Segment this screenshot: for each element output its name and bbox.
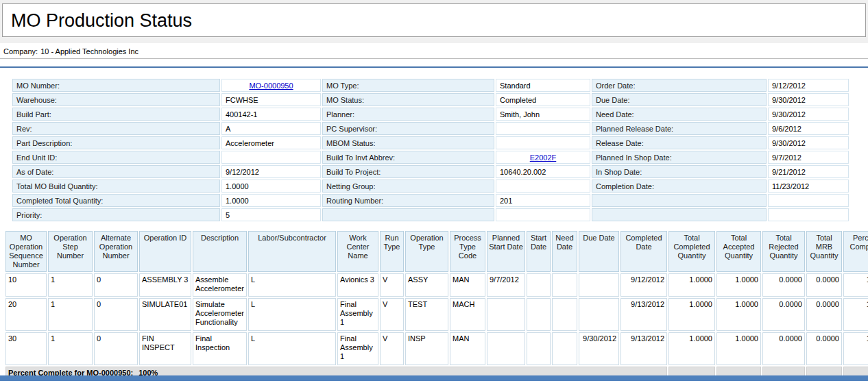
op-cell: 1.0000 xyxy=(668,273,715,297)
op-cell: 1 xyxy=(48,332,93,365)
company-row: Company:10 - Applied Technologies Inc xyxy=(0,43,868,59)
op-cell: 0 xyxy=(94,273,138,297)
completed-total-quantity-value: 1.0000 xyxy=(221,194,321,207)
mo-type-value: Standard xyxy=(496,79,590,92)
order-date-value: 9/12/2012 xyxy=(768,79,849,92)
op-cell: Avionics 3 xyxy=(337,273,378,297)
op-cell: 1 xyxy=(48,298,93,331)
op-cell xyxy=(487,332,525,365)
op-cell: FIN INSPECT xyxy=(139,332,191,365)
op-cell: V xyxy=(380,273,404,297)
op-cell: 10 xyxy=(5,273,47,297)
info-empty-value xyxy=(768,194,849,207)
release-date-label: Release Date: xyxy=(592,136,767,149)
op-cell xyxy=(527,273,551,297)
op-cell: 100% xyxy=(843,332,868,365)
routing-number-label: Routing Number: xyxy=(322,194,494,207)
part-description-value: Accelerometer xyxy=(221,136,321,149)
col-completed-date: Completed Date xyxy=(620,231,667,272)
op-cell: 9/13/2012 xyxy=(620,332,667,365)
op-cell: 1.0000 xyxy=(668,298,715,331)
planned-in-shop-date-value: 9/7/2012 xyxy=(768,151,849,164)
info-row: Part Description: Accelerometer MBOM Sta… xyxy=(12,136,849,149)
operations-header-row: MO Operation Sequence Number Operation S… xyxy=(5,231,868,272)
build-part-label: Build Part: xyxy=(12,108,220,121)
col-alternate-operation-number: Alternate Operation Number xyxy=(94,231,138,272)
info-empty-label xyxy=(592,194,767,207)
due-date-value: 9/30/2012 xyxy=(768,93,849,106)
total-mo-build-quantity-value: 1.0000 xyxy=(221,180,321,193)
info-row: Total MO Build Quantity: 1.0000 Netting … xyxy=(12,180,849,193)
mbom-status-value xyxy=(496,136,590,149)
masthead: MO Production Status xyxy=(0,0,868,43)
company-value: 10 - Applied Technologies Inc xyxy=(40,47,138,55)
rev-label: Rev: xyxy=(12,122,220,135)
info-empty-value xyxy=(496,208,590,221)
order-date-label: Order Date: xyxy=(592,79,767,92)
planned-in-shop-date-label: Planned In Shop Date: xyxy=(592,151,767,164)
op-cell: Final Assembly 1 xyxy=(337,298,378,331)
completion-date-value: 11/23/2012 xyxy=(768,180,849,193)
operation-row: 10 1 0 ASSEMBLY 3 Assemble Accelerometer… xyxy=(5,273,868,297)
as-of-date-value: 9/12/2012 xyxy=(221,165,321,178)
total-mo-build-quantity-label: Total MO Build Quantity: xyxy=(12,180,220,193)
col-labor-subcontractor: Labor/Subcontractor xyxy=(248,231,336,272)
netting-group-value xyxy=(496,180,590,193)
col-description: Description xyxy=(193,231,247,272)
end-unit-id-value xyxy=(221,151,321,164)
operations-table: MO Operation Sequence Number Operation S… xyxy=(4,230,868,381)
blue-divider xyxy=(0,66,868,68)
op-cell: ASSEMBLY 3 xyxy=(139,273,191,297)
due-date-label: Due Date: xyxy=(592,93,767,106)
op-cell: 100% xyxy=(843,273,868,297)
op-cell: 1.0000 xyxy=(668,332,715,365)
build-to-invt-abbrev-link[interactable]: E2002F xyxy=(530,153,557,162)
build-part-value: 400142-1 xyxy=(221,108,321,121)
need-date-value: 9/30/2012 xyxy=(768,108,849,121)
info-row: Completed Total Quantity: 1.0000 Routing… xyxy=(12,194,849,207)
routing-number-value: 201 xyxy=(496,194,590,207)
col-planned-start-date: Planned Start Date xyxy=(487,231,525,272)
op-cell: TEST xyxy=(405,298,448,331)
planned-release-date-value: 9/6/2012 xyxy=(768,122,849,135)
col-need-date: Need Date xyxy=(552,231,577,272)
op-cell: Simulate Accelerometer Functionality xyxy=(193,298,247,331)
operation-row: 20 1 0 SIMULATE01 Simulate Accelerometer… xyxy=(5,298,868,331)
build-to-invt-abbrev-label: Build To Invt Abbrev: xyxy=(322,151,494,164)
priority-label: Priority: xyxy=(12,208,220,221)
op-cell: 0.0000 xyxy=(762,298,805,331)
col-operation-step-number: Operation Step Number xyxy=(48,231,93,272)
col-operation-id: Operation ID xyxy=(139,231,191,272)
in-shop-date-value: 9/21/2012 xyxy=(768,165,849,178)
op-cell: SIMULATE01 xyxy=(139,298,191,331)
op-cell: 1.0000 xyxy=(716,273,761,297)
op-cell: 1 xyxy=(48,273,93,297)
company-label: Company: xyxy=(3,47,38,55)
op-cell: Final Inspection xyxy=(193,332,247,365)
col-due-date: Due Date xyxy=(579,231,619,272)
op-cell: 1.0000 xyxy=(716,332,761,365)
rev-value: A xyxy=(221,122,321,135)
op-cell xyxy=(527,298,551,331)
col-run-type: Run Type xyxy=(380,231,404,272)
as-of-date-label: As of Date: xyxy=(12,165,220,178)
info-row: Priority: 5 xyxy=(12,208,849,221)
info-row: End Unit ID: Build To Invt Abbrev: E2002… xyxy=(12,151,849,164)
op-cell: MAN xyxy=(450,332,485,365)
col-work-center-name: Work Center Name xyxy=(337,231,378,272)
build-to-project-label: Build To Project: xyxy=(322,165,494,178)
col-mo-operation-sequence-number: MO Operation Sequence Number xyxy=(5,231,47,272)
op-cell xyxy=(552,273,577,297)
completed-total-quantity-label: Completed Total Quantity: xyxy=(12,194,220,207)
op-cell: 9/12/2012 xyxy=(620,273,667,297)
mo-status-label: MO Status: xyxy=(322,93,494,106)
mo-info-table: MO Number: MO-0000950 MO Type: Standard … xyxy=(11,77,850,223)
netting-group-label: Netting Group: xyxy=(322,180,494,193)
op-cell: ASSY xyxy=(405,273,448,297)
warehouse-value: FCWHSE xyxy=(221,93,321,106)
mo-number-value-cell: MO-0000950 xyxy=(221,79,321,92)
op-cell: MACH xyxy=(450,298,485,331)
col-process-type-code: Process Type Code xyxy=(450,231,485,272)
op-cell: V xyxy=(380,332,404,365)
mo-number-link[interactable]: MO-0000950 xyxy=(249,82,293,90)
